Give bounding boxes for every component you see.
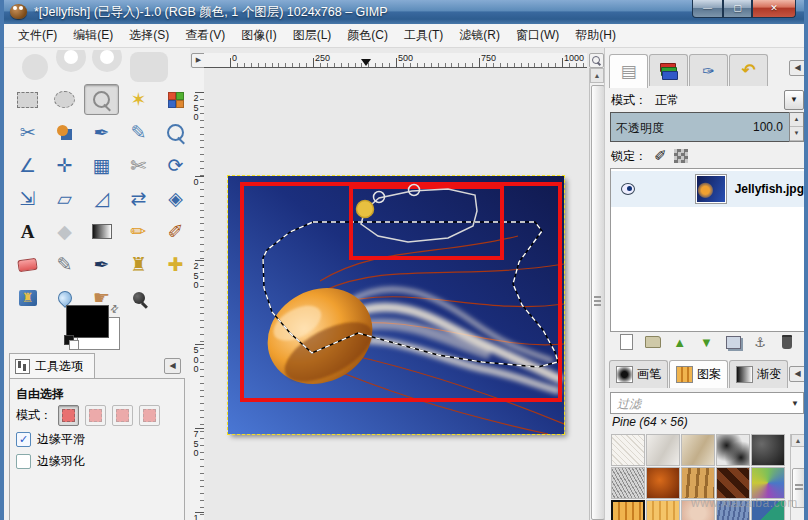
tool-options-collapse-button[interactable]: ◀	[164, 358, 181, 374]
button-new-group[interactable]	[643, 332, 663, 352]
title-bar[interactable]: *[Jellyfish] (已导入)-1.0 (RGB 颜色, 1 个图层) 1…	[4, 0, 804, 24]
tool-rectangle-select[interactable]	[10, 84, 45, 115]
button-lower-layer[interactable]: ▼	[696, 332, 716, 352]
tab-undo-history[interactable]: ↶	[729, 54, 768, 86]
tool-align[interactable]: ▦	[84, 150, 119, 181]
tool-color-picker[interactable]: ✎	[121, 117, 156, 148]
menu-item[interactable]: 选择(S)	[121, 24, 177, 47]
menu-item[interactable]: 窗口(W)	[508, 24, 567, 47]
canvas-image[interactable]	[228, 176, 564, 434]
tool-rotate[interactable]: ⟳	[158, 150, 193, 181]
opacity-slider[interactable]: 不透明度 100.0	[610, 112, 790, 142]
mode-add[interactable]	[85, 405, 106, 426]
tab-channels[interactable]	[649, 54, 688, 86]
scroll-thumb[interactable]	[591, 85, 605, 520]
scroll-up-arrow[interactable]: ▲	[590, 68, 604, 83]
tool-text[interactable]: A	[10, 216, 45, 247]
tool-options-tab[interactable]: 工具选项	[9, 353, 95, 379]
tool-zoom[interactable]	[158, 117, 193, 148]
pattern-swatch[interactable]	[611, 434, 645, 466]
default-colors-icon[interactable]	[64, 335, 78, 349]
pattern-swatch[interactable]	[681, 434, 715, 466]
menu-item[interactable]: 工具(T)	[396, 24, 451, 47]
tab-patterns[interactable]: 图案	[669, 360, 728, 388]
tab-gradients[interactable]: 渐变	[729, 360, 788, 388]
foreground-color-swatch[interactable]	[66, 305, 109, 338]
dock-collapse-button[interactable]: ◀	[789, 60, 806, 76]
pattern-swatch-pine-selected[interactable]	[611, 500, 645, 520]
canvas-vertical-scrollbar[interactable]: ▲	[589, 68, 604, 520]
layer-row[interactable]: Jellyfish.jpg	[611, 171, 804, 207]
tool-heal[interactable]: ✚	[158, 249, 193, 280]
tool-move[interactable]: ✛	[47, 150, 82, 181]
tool-flip[interactable]: ⇄	[121, 183, 156, 214]
menu-item[interactable]: 图层(L)	[285, 24, 340, 47]
tool-perspective-clone[interactable]: ♜	[10, 282, 45, 313]
pattern-swatch[interactable]	[716, 434, 750, 466]
button-duplicate-layer[interactable]	[723, 332, 743, 352]
tool-select-by-color[interactable]	[158, 84, 193, 115]
pattern-swatch[interactable]	[646, 434, 680, 466]
tool-ink[interactable]: ✒	[84, 249, 119, 280]
lock-alpha-icon[interactable]	[674, 149, 688, 163]
zoom-follow-window-button[interactable]	[589, 53, 604, 68]
lock-pixels-icon[interactable]: ✐	[654, 147, 667, 165]
tool-ellipse-select[interactable]	[47, 84, 82, 115]
tool-shear[interactable]: ▱	[47, 183, 82, 214]
mode-intersect[interactable]	[139, 405, 160, 426]
tool-foreground-select[interactable]	[47, 117, 82, 148]
menu-item[interactable]: 查看(V)	[177, 24, 233, 47]
tool-paths[interactable]: ✒	[84, 117, 119, 148]
tool-perspective[interactable]: ◿	[84, 183, 119, 214]
scroll-up-arrow[interactable]: ▲	[791, 434, 805, 447]
pattern-swatch[interactable]	[751, 467, 785, 499]
tab-paths[interactable]: ✑	[689, 54, 728, 86]
maximize-button[interactable]: ▢	[723, 0, 752, 18]
vertical-ruler[interactable]: 25002505007501	[190, 68, 205, 520]
pattern-swatch[interactable]	[646, 500, 680, 520]
option-feather[interactable]: 边缘羽化	[16, 453, 85, 470]
swap-colors-icon[interactable]: ⇄	[107, 302, 121, 316]
tool-free-select[interactable]	[84, 84, 119, 115]
tool-cage-transform[interactable]: ◈	[158, 183, 193, 214]
layer-thumbnail[interactable]	[695, 174, 726, 204]
layer-mode-value[interactable]: 正常	[655, 92, 679, 109]
menu-item[interactable]: 滤镜(R)	[451, 24, 508, 47]
menu-item[interactable]: 帮助(H)	[567, 24, 624, 47]
tab-layers[interactable]: ▤	[609, 54, 648, 88]
tool-gradient[interactable]	[84, 216, 119, 247]
pattern-swatch[interactable]	[681, 467, 715, 499]
menu-item[interactable]: 文件(F)	[10, 24, 65, 47]
button-raise-layer[interactable]: ▲	[670, 332, 690, 352]
canvas-viewport[interactable]	[204, 68, 588, 520]
pattern-swatch[interactable]	[751, 434, 785, 466]
button-new-layer[interactable]	[616, 332, 636, 352]
tool-airbrush[interactable]: ✎	[47, 249, 82, 280]
tab-brushes[interactable]: 画笔	[609, 360, 668, 388]
pattern-swatch[interactable]	[716, 467, 750, 499]
tool-clone[interactable]: ♜	[121, 249, 156, 280]
menu-item[interactable]: 颜色(C)	[339, 24, 396, 47]
minimize-button[interactable]: —	[692, 0, 723, 18]
tool-crop[interactable]: ✄	[121, 150, 156, 181]
opacity-spinner[interactable]: ▲▼	[789, 112, 804, 142]
menu-item[interactable]: 编辑(E)	[65, 24, 121, 47]
checkbox[interactable]: ✓	[16, 432, 31, 447]
layer-visibility-eye-icon[interactable]	[621, 183, 635, 195]
tool-pencil[interactable]: ✏	[121, 216, 156, 247]
mode-replace[interactable]	[58, 405, 79, 426]
button-delete-layer[interactable]	[777, 332, 797, 352]
layer-mode-dropdown[interactable]: ▼	[784, 90, 804, 110]
tool-eraser[interactable]	[10, 249, 45, 280]
pattern-filter-combo[interactable]: 过滤 ▼	[610, 392, 804, 414]
tool-scale[interactable]: ⇲	[10, 183, 45, 214]
checkbox[interactable]	[16, 454, 31, 469]
tool-paintbrush[interactable]: ✐	[158, 216, 193, 247]
tool-fuzzy-select[interactable]: ✶	[121, 84, 156, 115]
option-antialias[interactable]: ✓边缘平滑	[16, 431, 85, 448]
button-anchor-layer[interactable]: ⚓	[750, 332, 770, 352]
tool-bucket-fill[interactable]: ◆	[47, 216, 82, 247]
tool-scissors-select[interactable]: ✂	[10, 117, 45, 148]
horizontal-ruler[interactable]: 02505007501000	[204, 53, 587, 68]
pattern-swatch[interactable]	[646, 467, 680, 499]
